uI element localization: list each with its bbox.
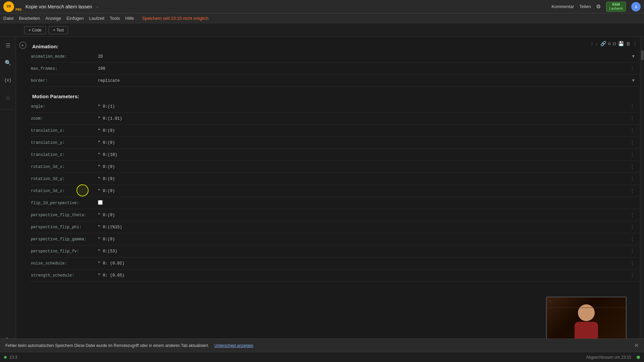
dropdown-arrow-border[interactable]: ▼ [632, 78, 635, 83]
top-chrome: CO PRO Kopie von Mensch altern lassen ☆ … [0, 0, 644, 13]
status-location: Abgeschlossen um 23:15 [586, 355, 631, 360]
left-sidebar: ☰ 🔍 {x} ☐ >_ ≡ [0, 37, 16, 362]
add-code-btn[interactable]: + Code [24, 26, 46, 34]
perspective-flip-theta-input[interactable] [98, 213, 639, 218]
status-indicator-dot [4, 356, 7, 359]
param-expand-translation-x[interactable]: ⋮ [630, 128, 635, 133]
ram-badge: RAM Laufwerk [606, 2, 626, 12]
angle-input[interactable] [98, 104, 639, 109]
cell-content: ↑ ↓ 🔗 ⚙ ⧉ 💾 🗑 ⋮ Animation: animation_mod… [30, 40, 640, 283]
param-perspective-flip-fv: perspective_flip_fv: ⋮ [30, 245, 640, 257]
menu-anzeige[interactable]: Anzeige [45, 16, 61, 21]
menu-laufzeit[interactable]: Laufzeit [89, 16, 105, 21]
param-perspective-flip-theta: perspective_flip_theta: ⋮ [30, 209, 640, 221]
menu-tools[interactable]: Tools [110, 16, 120, 21]
param-animation-mode: animation_mode: 2D ▼ [30, 51, 640, 63]
settings-icon[interactable]: ⚙ [596, 3, 601, 10]
menu-hamburger-icon[interactable]: ☰ [2, 40, 14, 52]
param-expand-perspective-flip-gamma[interactable]: ⋮ [630, 236, 635, 242]
files-icon[interactable]: ☐ [2, 92, 14, 104]
share-btn[interactable]: Teilen [579, 4, 591, 9]
flip-2d-perspective-checkbox[interactable] [98, 200, 103, 205]
pro-badge: PRO [15, 8, 21, 12]
translation-z-input[interactable] [98, 153, 639, 157]
save-warning: Speichern seit 23:15 nicht möglich [142, 16, 208, 21]
param-expand-zoom[interactable]: ⋮ [630, 116, 635, 121]
user-avatar[interactable]: a [631, 2, 641, 11]
variables-icon[interactable]: {x} [2, 74, 14, 86]
perspective-flip-phi-input[interactable] [98, 225, 639, 230]
cell-settings-icon[interactable]: ⚙ [608, 41, 611, 47]
cell-save-icon[interactable]: 💾 [618, 41, 624, 47]
param-expand-perspective-flip-fv[interactable]: ⋮ [630, 248, 635, 254]
cell-block: ▶ ↑ ↓ 🔗 ⚙ ⧉ 💾 🗑 ⋮ Animation: [16, 40, 640, 283]
param-max-frames: max_frames: ⋮ [30, 63, 640, 75]
toolbar-row: + Code + Text [0, 23, 644, 37]
notification-close-btn[interactable]: ✕ [634, 342, 639, 349]
param-expand-max-frames[interactable]: ⋮ [630, 66, 635, 71]
section-animation-heading: Animation: [30, 41, 640, 51]
content-area[interactable]: ▶ ↑ ↓ 🔗 ⚙ ⧉ 💾 🗑 ⋮ Animation: [16, 37, 640, 362]
param-expand-angle[interactable]: ⋮ [630, 104, 635, 109]
param-expand-translation-y[interactable]: ⋮ [630, 140, 635, 145]
rotation-3d-z-input[interactable] [98, 189, 639, 193]
search-icon[interactable]: 🔍 [2, 57, 14, 69]
menu-bar: Datei Bearbeiten Anzeige Einfügen Laufze… [0, 13, 644, 23]
param-expand-rotation-3d-y[interactable]: ⋮ [630, 176, 635, 182]
rotation-3d-y-input[interactable] [98, 177, 639, 181]
param-flip-2d-perspective: flip_2d_perspective: [30, 197, 640, 209]
perspective-flip-gamma-input[interactable] [98, 237, 639, 242]
comment-btn[interactable]: Kommentar [551, 4, 574, 9]
notification-bar: Fehler beim automatischen Speichern Dies… [0, 339, 644, 352]
translation-y-input[interactable] [98, 140, 639, 145]
menu-bearbeiten[interactable]: Bearbeiten [19, 16, 40, 21]
param-translation-x: translation_x: ⋮ [30, 125, 640, 137]
star-icon[interactable]: ☆ [96, 4, 99, 9]
param-rotation-3d-y: rotation_3d_y: ⋮ [30, 173, 640, 185]
param-border: border: replicate ▼ [30, 75, 640, 87]
zoom-input[interactable] [98, 116, 639, 121]
param-perspective-flip-phi: perspective_flip_phi: ⋮ [30, 221, 640, 233]
param-strength-schedule: strength_schedule: ⋮ [30, 269, 640, 282]
strength-schedule-input[interactable] [98, 273, 639, 278]
notification-message: Fehler beim automatischen Speichern Dies… [5, 343, 209, 348]
cell-toolbar: ↑ ↓ 🔗 ⚙ ⧉ 💾 🗑 ⋮ [588, 41, 640, 47]
noise-schedule-input[interactable] [98, 261, 639, 266]
notification-link[interactable]: Unterschied anzeigen [214, 343, 253, 348]
param-expand-noise-schedule[interactable]: ⋮ [630, 260, 635, 266]
add-text-btn[interactable]: + Text [49, 26, 68, 34]
param-expand-translation-z[interactable]: ⋮ [630, 152, 635, 158]
section-motion-heading: Motion Parameters: [30, 91, 640, 101]
cell-link-icon[interactable]: 🔗 [600, 41, 606, 47]
scrollbar-thumb[interactable] [641, 50, 644, 60]
cell-move-down-icon[interactable]: ↓ [595, 41, 598, 47]
perspective-flip-fv-input[interactable] [98, 249, 639, 254]
param-expand-perspective-flip-theta[interactable]: ⋮ [630, 212, 635, 218]
param-expand-rotation-3d-x[interactable]: ⋮ [630, 164, 635, 170]
param-expand-rotation-3d-z[interactable]: ⋮ [630, 188, 635, 194]
rotation-3d-x-input[interactable] [98, 165, 639, 169]
status-coords: 23:3 [9, 355, 17, 360]
menu-einfuegen[interactable]: Einfügen [66, 16, 84, 21]
param-translation-y: translation_y: ⋮ [30, 137, 640, 149]
param-expand-perspective-flip-phi[interactable]: ⋮ [630, 224, 635, 230]
scrollbar-area[interactable] [640, 37, 644, 362]
param-translation-z: translation_z: ⋮ [30, 149, 640, 161]
run-cell-btn[interactable]: ▶ [19, 42, 26, 49]
connection-icon [637, 356, 640, 359]
cell-move-up-icon[interactable]: ↑ [591, 41, 593, 47]
param-noise-schedule: noise_schedule: ⋮ [30, 257, 640, 269]
max-frames-input[interactable] [98, 66, 639, 71]
dropdown-arrow-animation-mode[interactable]: ▼ [632, 54, 635, 59]
menu-hilfe[interactable]: Hilfe [125, 16, 134, 21]
webcam-video: ◁ [547, 297, 626, 341]
notebook-title[interactable]: Kopie von Mensch altern lassen [25, 4, 92, 9]
menu-datei[interactable]: Datei [3, 16, 13, 21]
param-angle: angle: ⋮ [30, 101, 640, 113]
translation-x-input[interactable] [98, 128, 639, 133]
cell-delete-icon[interactable]: 🗑 [626, 41, 631, 47]
param-perspective-flip-gamma: perspective_flip_gamma: ⋮ [30, 233, 640, 245]
cell-more-icon[interactable]: ⋮ [633, 41, 637, 47]
param-expand-strength-schedule[interactable]: ⋮ [630, 273, 635, 278]
cell-mirror-icon[interactable]: ⧉ [613, 41, 616, 47]
